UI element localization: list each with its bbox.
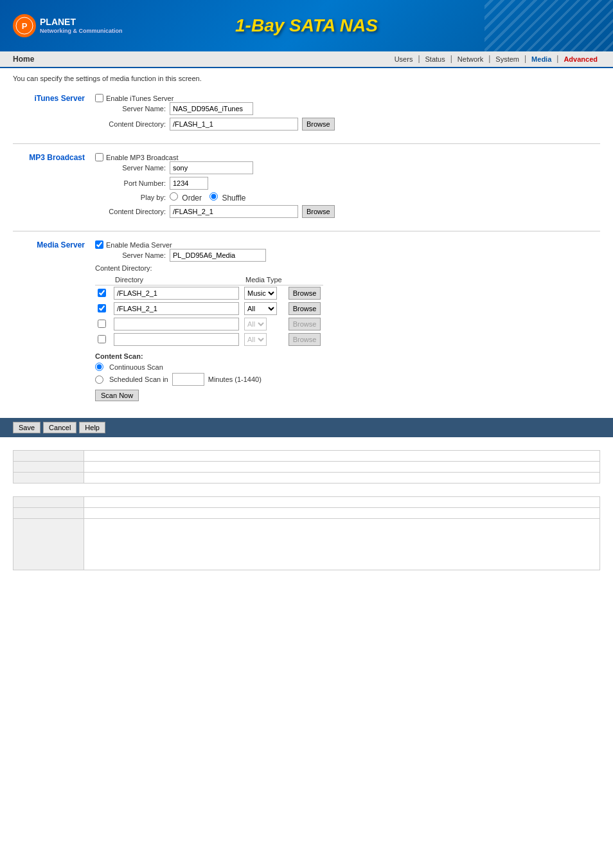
bottom-table1-row2-label bbox=[13, 462, 84, 473]
bottom-table2-row1-label bbox=[13, 497, 84, 508]
nav-link-media[interactable]: Media bbox=[529, 54, 554, 64]
bottom-table1-row3-content bbox=[84, 473, 600, 484]
mp3-browse-button[interactable]: Browse bbox=[302, 205, 335, 218]
table-row: All Browse bbox=[95, 316, 323, 332]
mp3-server-name-label: Server Name: bbox=[95, 164, 166, 172]
dir-row1-media-type-select[interactable]: Music All Video Photo bbox=[244, 287, 277, 300]
action-col-header bbox=[286, 275, 324, 285]
media-server-name-input[interactable] bbox=[170, 249, 266, 262]
table-row bbox=[13, 508, 600, 519]
media-enable-checkbox[interactable] bbox=[95, 240, 103, 249]
mp3-shuffle-radio[interactable] bbox=[209, 192, 218, 201]
bottom-table1-row2-content bbox=[84, 462, 600, 473]
scheduled-scan-minutes-input[interactable] bbox=[172, 373, 204, 386]
bottom-table2-row3-label bbox=[13, 519, 84, 570]
cancel-button[interactable]: Cancel bbox=[43, 422, 76, 433]
dir-row2-browse-button[interactable]: Browse bbox=[289, 302, 321, 315]
nav-link-status[interactable]: Status bbox=[423, 54, 448, 64]
content-scan-section: Content Scan: Continuous Scan Scheduled … bbox=[95, 352, 595, 401]
itunes-server-name-label: Server Name: bbox=[95, 105, 166, 113]
nav-link-users[interactable]: Users bbox=[392, 54, 416, 64]
dir-row3-input bbox=[114, 318, 239, 330]
dir-row3-media-type-select: All bbox=[244, 318, 267, 330]
table-row: Music All Video Photo Browse bbox=[95, 285, 323, 302]
table-row bbox=[13, 451, 600, 462]
main-content: You can specify the settings of media fu… bbox=[0, 68, 613, 418]
scheduled-scan-radio[interactable] bbox=[95, 375, 103, 384]
itunes-content-dir-label: Content Directory: bbox=[95, 120, 166, 128]
table-row bbox=[13, 473, 600, 484]
mp3-content-dir-row: Content Directory: Browse bbox=[95, 205, 595, 218]
bottom-table2-row2-content bbox=[84, 508, 600, 519]
dir-row4-browse-button: Browse bbox=[289, 333, 321, 346]
media-dir-table: Directory Media Type bbox=[95, 275, 323, 347]
mp3-play-by-label: Play by: bbox=[95, 194, 166, 201]
directory-col-header: Directory bbox=[111, 275, 242, 285]
nav-links: Users | Status | Network | System | Medi… bbox=[392, 54, 600, 64]
mp3-server-name-row: Server Name: bbox=[95, 161, 595, 174]
mp3-port-row: Port Number: bbox=[95, 177, 595, 190]
bottom-table-1 bbox=[13, 450, 600, 484]
mp3-play-radio-group: Order Shuffle bbox=[170, 192, 246, 203]
media-type-col-header: Media Type bbox=[242, 275, 286, 285]
dir-row1-input[interactable] bbox=[114, 287, 239, 300]
dir-row1-browse-button[interactable]: Browse bbox=[289, 287, 321, 300]
scan-now-button[interactable]: Scan Now bbox=[95, 390, 139, 401]
media-server-label: Media Server bbox=[13, 237, 90, 405]
nav-link-system[interactable]: System bbox=[493, 54, 522, 64]
itunes-browse-button[interactable]: Browse bbox=[302, 118, 335, 131]
itunes-server-content: Enable iTunes Server Server Name: Conten… bbox=[90, 90, 600, 137]
scheduled-scan-row: Scheduled Scan in Minutes (1-1440) bbox=[95, 373, 595, 386]
bottom-table2-row2-label bbox=[13, 508, 84, 519]
mp3-port-label: Port Number: bbox=[95, 179, 166, 187]
table-row bbox=[13, 462, 600, 473]
itunes-enable-row: Enable iTunes Server bbox=[95, 94, 595, 102]
itunes-enable-checkbox[interactable] bbox=[95, 94, 103, 102]
dir-row2-media-type-select[interactable]: Music All Video Photo bbox=[244, 302, 277, 315]
media-server-section: Media Server Enable Media Server Server … bbox=[13, 237, 600, 405]
bottom-table2-row1-content bbox=[84, 497, 600, 508]
mp3-order-radio[interactable] bbox=[170, 192, 178, 201]
help-button[interactable]: Help bbox=[79, 422, 105, 433]
bottom-table1-row1-label bbox=[13, 451, 84, 462]
mp3-broadcast-section: MP3 Broadcast Enable MP3 Broadcast Serve… bbox=[13, 149, 600, 224]
check-col-header bbox=[95, 275, 111, 285]
mp3-order-radio-label: Order bbox=[170, 192, 202, 203]
itunes-server-name-input[interactable] bbox=[170, 102, 253, 115]
bottom-table1-row3-label bbox=[13, 473, 84, 484]
dir-row3-checkbox[interactable] bbox=[98, 320, 106, 328]
itunes-server-label: iTunes Server bbox=[13, 90, 90, 137]
media-server-name-label: Server Name: bbox=[95, 251, 166, 259]
mp3-port-input[interactable] bbox=[170, 177, 208, 190]
dir-row3-browse-button: Browse bbox=[289, 318, 321, 330]
mp3-content-dir-label: Content Directory: bbox=[95, 208, 166, 215]
dir-row4-checkbox[interactable] bbox=[98, 335, 106, 343]
bottom-table1-row1-content bbox=[84, 451, 600, 462]
nav-link-network[interactable]: Network bbox=[455, 54, 486, 64]
nav-bar: Home Users | Status | Network | System |… bbox=[0, 51, 613, 68]
table-row bbox=[13, 519, 600, 570]
save-button[interactable]: Save bbox=[13, 422, 40, 433]
mp3-server-name-input[interactable] bbox=[170, 161, 253, 174]
bottom-table2-row3-content bbox=[84, 519, 600, 570]
dir-row2-checkbox[interactable] bbox=[98, 304, 106, 312]
bottom-section bbox=[0, 437, 613, 596]
continuous-scan-row: Continuous Scan bbox=[95, 363, 595, 371]
dir-row2-input[interactable] bbox=[114, 302, 239, 315]
header-decoration bbox=[484, 0, 613, 51]
itunes-content-dir-input[interactable] bbox=[170, 118, 298, 131]
mp3-content-dir-input[interactable] bbox=[170, 205, 298, 218]
mp3-enable-checkbox[interactable] bbox=[95, 153, 103, 161]
continuous-scan-radio[interactable] bbox=[95, 363, 103, 371]
nav-home-link[interactable]: Home bbox=[13, 55, 34, 64]
mp3-broadcast-label: MP3 Broadcast bbox=[13, 149, 90, 224]
svg-text:P: P bbox=[22, 21, 28, 31]
logo: P PLANET Networking & Communication bbox=[13, 14, 123, 37]
media-server-name-row: Server Name: bbox=[95, 249, 595, 262]
dir-row1-checkbox[interactable] bbox=[98, 289, 106, 297]
itunes-content-dir-row: Content Directory: Browse bbox=[95, 118, 595, 131]
media-enable-row: Enable Media Server bbox=[95, 240, 595, 249]
dir-row4-input bbox=[114, 333, 239, 346]
bottom-table-2 bbox=[13, 496, 600, 570]
nav-link-advanced[interactable]: Advanced bbox=[561, 54, 600, 64]
